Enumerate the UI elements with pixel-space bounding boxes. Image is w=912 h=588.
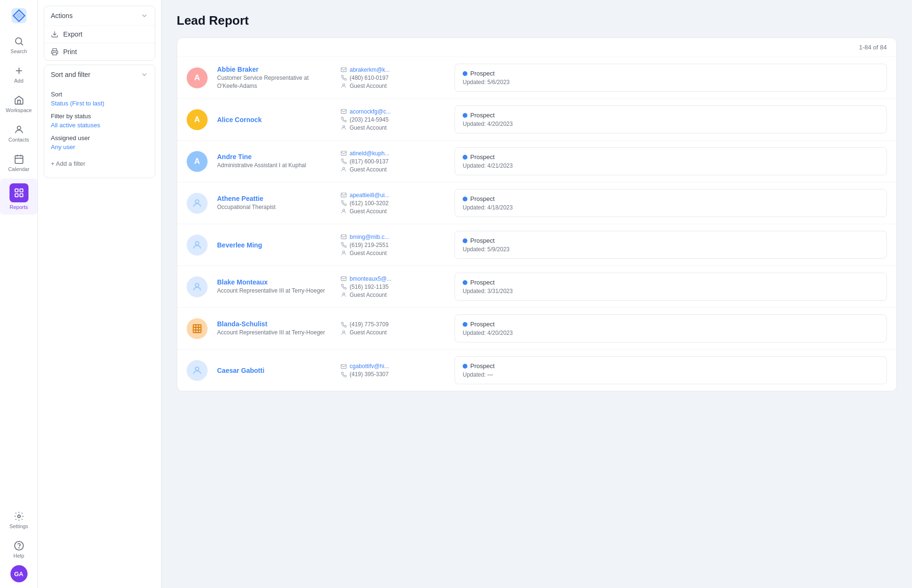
email-icon	[341, 275, 347, 282]
sort-label: Sort	[51, 91, 148, 98]
lead-name[interactable]: Alice Cornock	[217, 116, 331, 123]
lead-updated: Updated: 5/9/2023	[463, 246, 879, 253]
sort-value[interactable]: Status (First to last)	[51, 100, 148, 107]
email-icon	[341, 234, 347, 240]
sidebar-item-reports[interactable]: Reports	[0, 179, 38, 215]
lead-status: Prospect	[470, 279, 494, 286]
email-icon	[341, 150, 347, 156]
lead-phone-row: (619) 219-2551	[341, 242, 445, 248]
lead-status-card: Prospect Updated: 5/6/2023	[455, 64, 887, 92]
sidebar-item-calendar[interactable]: Calendar	[0, 149, 38, 177]
lead-phone: (817) 600-9137	[350, 158, 389, 165]
phone-icon	[341, 322, 347, 328]
filter-user-group: Assigned user Any user	[51, 134, 148, 151]
lead-name[interactable]: Blake Monteaux	[217, 278, 331, 286]
main-content: Lead Report 1-84 of 84 A Abbie Braker Cu…	[162, 0, 912, 588]
svg-point-35	[195, 367, 199, 370]
table-row: A Andre Tine Administrative Assistant I …	[177, 141, 896, 182]
user-avatar[interactable]: GA	[10, 565, 28, 582]
lead-contact: atineld@kuph... (817) 600-9137 Guest Acc…	[341, 150, 445, 173]
lead-phone: (480) 610-0197	[350, 75, 389, 81]
lead-avatar	[187, 193, 208, 214]
lead-avatar	[187, 318, 208, 339]
sidebar-item-reports-label: Reports	[10, 204, 28, 210]
print-button[interactable]: Print	[44, 43, 155, 60]
lead-avatar: A	[187, 109, 208, 130]
sidebar-item-contacts[interactable]: Contacts	[0, 120, 38, 147]
lead-email: cgabottifv@hi...	[350, 363, 389, 370]
svg-rect-11	[15, 194, 18, 197]
table-row: Blake Monteaux Account Representative II…	[177, 266, 896, 308]
filter-status-value[interactable]: All active statuses	[51, 122, 148, 129]
lead-updated: Updated: 4/18/2023	[463, 204, 879, 211]
status-dot	[463, 113, 467, 118]
chevron-down-icon	[141, 71, 148, 78]
lead-email: bmonteaux5@...	[350, 275, 391, 282]
account-icon	[341, 292, 347, 298]
svg-point-1	[15, 38, 21, 44]
add-filter-button[interactable]: + Add a filter	[51, 156, 148, 171]
lead-name[interactable]: Caesar Gabotti	[217, 367, 331, 374]
lead-name[interactable]: Athene Peattie	[217, 195, 331, 202]
svg-rect-12	[19, 194, 22, 197]
sidebar-item-add[interactable]: Add	[0, 61, 38, 88]
lead-email-row: abrakerkm@k...	[341, 66, 445, 73]
filter-status-label: Filter by status	[51, 113, 148, 120]
lead-name[interactable]: Andre Tine	[217, 153, 331, 161]
sidebar-item-help-label: Help	[13, 553, 24, 559]
svg-point-21	[342, 125, 344, 127]
lead-info: Blake Monteaux Account Representative II…	[217, 278, 331, 295]
lead-status: Prospect	[470, 153, 494, 161]
lead-email: bming@mlb.c...	[350, 234, 390, 240]
sidebar-item-settings[interactable]: Settings	[10, 506, 28, 534]
lead-phone-row: (419) 395-3307	[341, 371, 445, 378]
lead-name[interactable]: Blanda-Schulist	[217, 320, 331, 328]
actions-header[interactable]: Actions	[44, 6, 155, 25]
actions-section: Actions Export Print	[44, 6, 155, 61]
sort-filter-section: Sort and filter Sort Status (First to la…	[44, 65, 155, 178]
lead-info: Beverlee Ming	[217, 241, 331, 249]
table-row: Caesar Gabotti cgabottifv@hi... (419) 39…	[177, 350, 896, 391]
sidebar-item-workspace[interactable]: Workspace	[0, 90, 38, 118]
svg-rect-25	[341, 193, 346, 197]
lead-info: Blanda-Schulist Account Representative I…	[217, 320, 331, 337]
lead-contact: abrakerkm@k... (480) 610-0197 Guest Acco…	[341, 66, 445, 89]
sort-filter-header[interactable]: Sort and filter	[44, 65, 155, 84]
svg-rect-9	[15, 189, 18, 192]
svg-point-13	[18, 515, 20, 518]
svg-rect-20	[341, 109, 346, 114]
sidebar-item-help[interactable]: Help	[10, 536, 28, 563]
lead-phone: (419) 775-3709	[350, 321, 389, 328]
sidebar-item-add-label: Add	[14, 78, 24, 84]
sidebar-item-search-label: Search	[10, 48, 27, 54]
lead-email: abrakerkm@k...	[350, 66, 390, 73]
svg-point-29	[342, 251, 344, 253]
lead-account: Guest Account	[350, 166, 387, 173]
lead-title: Account Representative III at Terry-Hoeg…	[217, 329, 331, 337]
table-row: Beverlee Ming bming@mlb.c... (619) 219-2…	[177, 224, 896, 266]
email-icon	[341, 363, 347, 370]
app-logo[interactable]	[9, 6, 29, 26]
lead-status-row: Prospect	[463, 70, 879, 77]
sidebar-item-search[interactable]: Search	[0, 31, 38, 59]
table-row: Blanda-Schulist Account Representative I…	[177, 308, 896, 350]
lead-phone-row: (480) 610-0197	[341, 75, 445, 81]
lead-account-row: Guest Account	[341, 250, 445, 256]
page-title: Lead Report	[177, 13, 897, 28]
lead-account: Guest Account	[350, 124, 387, 131]
table-row: Athene Peattie Occupational Therapist ap…	[177, 182, 896, 224]
sidebar-item-calendar-label: Calendar	[8, 166, 29, 172]
status-dot	[463, 364, 467, 369]
sidebar-item-settings-label: Settings	[10, 523, 28, 529]
svg-rect-36	[341, 364, 346, 369]
email-icon	[341, 192, 347, 198]
account-icon	[341, 330, 347, 336]
lead-name[interactable]: Beverlee Ming	[217, 241, 331, 249]
filter-user-value[interactable]: Any user	[51, 143, 148, 151]
sort-filter-label: Sort and filter	[51, 71, 90, 78]
svg-rect-22	[341, 151, 346, 155]
lead-name[interactable]: Abbie Braker	[217, 66, 331, 73]
lead-info: Athene Peattie Occupational Therapist	[217, 195, 331, 211]
export-button[interactable]: Export	[44, 25, 155, 43]
lead-email-row: bming@mlb.c...	[341, 234, 445, 240]
